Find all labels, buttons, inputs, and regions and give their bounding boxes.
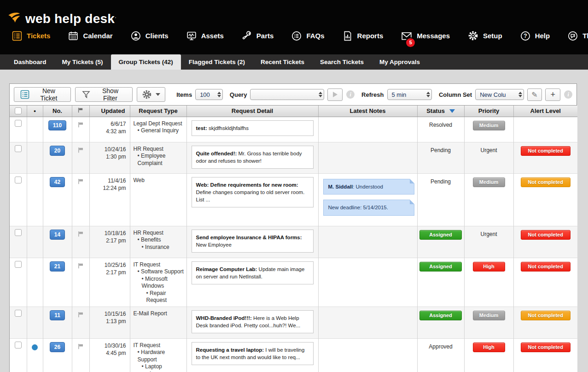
request-type-column-header[interactable]: Request Type: [130, 106, 186, 117]
tab-dashboard[interactable]: Dashboard: [6, 54, 54, 70]
ticket-number-badge[interactable]: 42: [50, 177, 65, 187]
row-checkbox[interactable]: [15, 120, 22, 127]
tickets-panel: New Ticket Show Filter: [9, 83, 577, 372]
main-navigation: Tickets Calendar Clients Assets Parts FA…: [0, 27, 588, 41]
new-ticket-list-icon: [20, 90, 29, 99]
flag-icon[interactable]: [77, 343, 84, 351]
latest-notes-column-header[interactable]: Latest Notes: [318, 106, 417, 117]
row-checkbox[interactable]: [15, 145, 22, 152]
reports-icon: [343, 31, 353, 41]
nav-item-reports[interactable]: Reports: [343, 31, 384, 41]
setup-icon: [468, 30, 478, 41]
play-icon: [333, 92, 338, 97]
ticket-number-badge[interactable]: 26: [50, 342, 65, 352]
run-query-button[interactable]: [327, 89, 343, 101]
flag-icon[interactable]: [77, 147, 84, 155]
latest-note-bubble[interactable]: New deadline: 5/14/2015.: [323, 200, 414, 216]
request-detail-text: Define changes comparing to old server r…: [196, 189, 305, 202]
tab-my-tickets-5[interactable]: My Tickets (5): [54, 54, 111, 70]
tab-my-approvals[interactable]: My Approvals: [372, 54, 428, 70]
updated-timestamp: 10/15/161:13 pm: [90, 307, 130, 325]
request-detail-box[interactable]: Quite offended!: Mr. Gross has terrible …: [192, 146, 314, 169]
new-ticket-button[interactable]: New Ticket: [14, 87, 71, 102]
tab-recent-tickets[interactable]: Recent Tickets: [253, 54, 312, 70]
ticket-row: 26 10/30/164:45 pmIT RequestHardware Sup…: [10, 338, 577, 372]
request-detail-box[interactable]: Web: Define requirements for new room: D…: [192, 177, 314, 207]
flag-icon[interactable]: [77, 311, 84, 319]
show-filter-button[interactable]: Show Filter: [75, 87, 133, 102]
row-checkbox[interactable]: [15, 229, 22, 236]
nav-item-setup[interactable]: Setup: [468, 30, 502, 41]
column-set-select[interactable]: New Colu: [475, 89, 524, 100]
request-detail-box[interactable]: WHD-Branded iPod!!!: Here is a Web Help …: [192, 310, 314, 333]
request-detail-title: Requesting a travel laptop:: [196, 347, 264, 353]
ticket-number-badge[interactable]: 21: [50, 261, 65, 272]
no-column-header[interactable]: No.: [43, 106, 72, 117]
request-type-line: Benefits: [134, 236, 185, 244]
request-type-line: IT Request: [134, 261, 185, 269]
nav-item-calendar[interactable]: Calendar: [68, 31, 112, 41]
priority-column-header[interactable]: Priority: [464, 106, 513, 117]
tickets-table: • No. Updated Request Type Request Detai…: [10, 106, 577, 372]
nav-item-faqs[interactable]: FAQs: [291, 31, 324, 41]
thwack-icon: [568, 31, 578, 41]
query-select[interactable]: [250, 89, 324, 100]
unread-column-header[interactable]: •: [27, 106, 43, 117]
select-all-header[interactable]: [10, 106, 27, 117]
request-detail-text: New Employee: [196, 242, 232, 248]
column-set-info-icon[interactable]: i: [564, 90, 572, 99]
brand-logo: web help desk': [0, 0, 588, 27]
request-type-cell: Legal Dept RequestGeneral Inquiry: [130, 117, 186, 135]
row-checkbox[interactable]: [15, 177, 22, 183]
filter-funnel-icon: [82, 90, 91, 99]
flag-icon[interactable]: [77, 262, 84, 271]
nav-item-label: Help: [535, 32, 550, 40]
request-detail-column-header[interactable]: Request Detail: [186, 106, 318, 117]
tab-search-tickets[interactable]: Search Tickets: [312, 54, 372, 70]
stepper-icon: [426, 92, 430, 97]
status-text: Resolved: [429, 122, 452, 128]
nav-item-tickets[interactable]: Tickets: [12, 31, 50, 41]
nav-item-help[interactable]: ?Help: [520, 31, 550, 41]
tab-flagged-tickets-2[interactable]: Flagged Tickets (2): [181, 54, 253, 70]
nav-item-messages[interactable]: Messages5: [401, 31, 450, 41]
nav-item-assets[interactable]: Assets: [186, 31, 224, 41]
nav-item-thwack[interactable]: Thwack: [568, 31, 588, 41]
tab-group-tickets-42[interactable]: Group Tickets (42): [111, 54, 181, 70]
request-type-line: General Inquiry: [134, 127, 185, 135]
alert-level-column-header[interactable]: Alert Level: [513, 106, 577, 117]
refresh-select[interactable]: 5 min: [387, 89, 432, 100]
latest-note-bubble[interactable]: M. Siddall: Understood: [323, 179, 414, 195]
ticket-number-badge[interactable]: 11: [50, 310, 65, 320]
status-text: Pending: [431, 178, 451, 185]
flag-icon[interactable]: [77, 178, 84, 186]
row-checkbox[interactable]: [15, 342, 22, 348]
updated-timestamp: 11/4/1612:24 pm: [90, 174, 130, 192]
row-checkbox[interactable]: [15, 310, 22, 317]
table-settings-button[interactable]: [137, 87, 165, 102]
ticket-number-badge[interactable]: 14: [50, 230, 65, 240]
flag-icon[interactable]: [77, 230, 84, 239]
ticket-number-badge[interactable]: 20: [50, 146, 65, 156]
request-detail-box[interactable]: Requesting a travel laptop: I will be tr…: [192, 342, 314, 365]
edit-column-set-button[interactable]: ✎: [527, 89, 542, 101]
ticket-number-badge[interactable]: 110: [48, 120, 66, 130]
updated-column-header[interactable]: Updated: [89, 106, 130, 117]
request-detail-box[interactable]: test: skjdfhskldjhfalfhs: [192, 120, 314, 136]
nav-item-clients[interactable]: Clients: [131, 31, 169, 41]
status-column-header[interactable]: Status: [417, 106, 464, 117]
query-info-icon[interactable]: i: [346, 90, 355, 99]
add-column-set-button[interactable]: +: [545, 89, 560, 101]
request-detail-box[interactable]: Send employee Insurance & HIPAA forms: N…: [192, 230, 314, 253]
calendar-icon: [68, 31, 78, 41]
row-checkbox[interactable]: [15, 261, 22, 268]
request-detail-box[interactable]: Reimage Computer Lab: Update main image …: [192, 261, 314, 284]
select-all-checkbox[interactable]: [15, 107, 22, 114]
nav-item-parts[interactable]: Parts: [242, 31, 274, 41]
status-text: Pending: [431, 147, 451, 154]
items-select[interactable]: 100: [195, 89, 223, 100]
nav-item-label: Reports: [357, 32, 384, 40]
flag-icon[interactable]: [77, 121, 84, 130]
flag-column-header[interactable]: [72, 106, 89, 117]
updated-timestamp: 10/30/164:45 pm: [90, 339, 130, 357]
